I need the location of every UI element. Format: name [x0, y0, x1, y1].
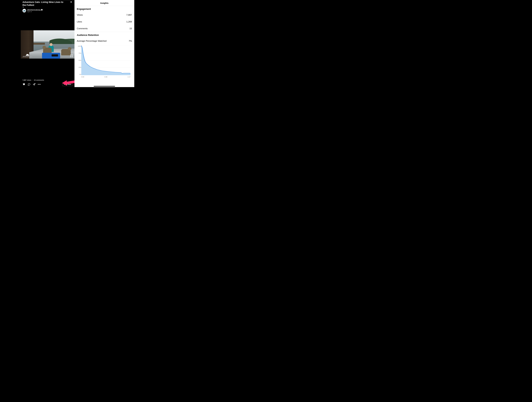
- metric-likes: Likes 1,269: [75, 18, 134, 25]
- metric-views: Views 7,887: [75, 12, 134, 18]
- engagement-title: Engagement: [75, 6, 134, 12]
- views-count: 7,887 views: [22, 79, 31, 81]
- chart-plot-area: [81, 45, 130, 75]
- stats-line: 7,887 views · 15 comments: [22, 79, 73, 81]
- up-next-button[interactable]: Up Next: [62, 83, 73, 86]
- retention-chart: 100% 75% 50% 25% 0% 0:00 0:38 1:17: [75, 44, 134, 78]
- video-title[interactable]: Adventure Cats: Living Nine Lives to the…: [22, 1, 65, 7]
- home-indicator: [94, 86, 115, 87]
- likes-label: Likes: [77, 20, 82, 23]
- avg-watched-label: Average Percentage Watched: [77, 40, 107, 42]
- insights-panel: Insights Engagement Views 7,887 Likes 1,…: [75, 0, 134, 87]
- post-date: April 14: [27, 11, 43, 13]
- avatar[interactable]: [22, 9, 26, 13]
- chevron-down-icon: [23, 7, 24, 7]
- chart-x-axis: 0:00 0:38 1:17: [81, 76, 130, 78]
- insights-header: Insights: [75, 0, 134, 6]
- video-panel: Adventure Cats: Living Nine Lives to the…: [21, 0, 75, 87]
- watermark: ADVENTURE CATS LIVING NINE LIVES TO THE …: [22, 54, 33, 57]
- like-icon[interactable]: [22, 83, 25, 86]
- comments-count: 15 comments: [34, 79, 44, 81]
- share-icon[interactable]: [33, 83, 36, 86]
- up-next-label: Up Next: [66, 83, 71, 85]
- close-icon[interactable]: ✕: [70, 1, 73, 3]
- comments-value: 15: [129, 27, 132, 30]
- comments-label: Comments: [77, 27, 88, 30]
- views-label: Views: [77, 14, 83, 16]
- chevron-up-icon: [64, 84, 65, 85]
- verified-badge-icon: ✓: [41, 9, 43, 11]
- username[interactable]: adventurecatsorg: [27, 9, 41, 11]
- views-value: 7,887: [126, 14, 132, 16]
- metric-avg-watched: Average Percentage Watched 7%: [75, 38, 134, 44]
- comment-icon[interactable]: [28, 83, 31, 86]
- likes-value: 1,269: [126, 20, 132, 23]
- fullscreen-icon[interactable]: [70, 55, 73, 57]
- more-icon[interactable]: •••: [38, 83, 41, 86]
- video-title-text: Adventure Cats: Living Nine Lives to the…: [22, 1, 65, 6]
- video-thumbnail[interactable]: ADVENTURE CATS LIVING NINE LIVES TO THE …: [21, 30, 75, 59]
- avg-watched-value: 7%: [129, 40, 132, 42]
- metric-comments: Comments 15: [75, 25, 134, 32]
- retention-title: Audience Retention: [75, 32, 134, 38]
- chart-y-axis: 100% 75% 50% 25% 0%: [76, 45, 81, 75]
